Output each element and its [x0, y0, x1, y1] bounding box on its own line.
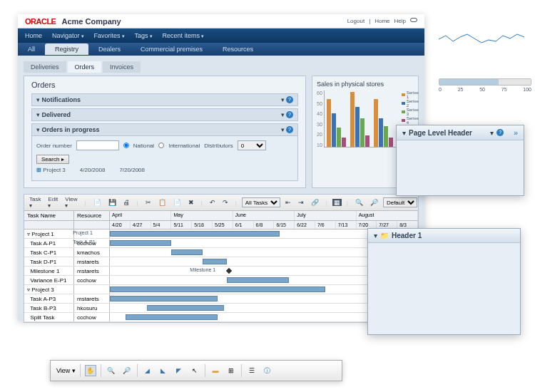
new-icon[interactable]: 📄: [91, 199, 103, 206]
cut-icon[interactable]: ✂: [143, 199, 153, 206]
save-icon[interactable]: 💾: [106, 199, 118, 206]
slider-fill: [439, 79, 499, 85]
company-name: Acme Company: [61, 17, 121, 26]
nav-recent[interactable]: Recent items▾: [163, 32, 205, 39]
gantt-row[interactable]: ▿ Project 1Project 1: [24, 229, 418, 239]
indent-icon[interactable]: ⇤: [283, 199, 293, 206]
accordion-notifications[interactable]: ▾ Notifications ▾?: [31, 93, 298, 106]
chevron-down-icon: ▾: [150, 33, 153, 38]
subnav-dealers[interactable]: Dealers: [88, 43, 131, 55]
gantt-row[interactable]: ▿ Project 3: [24, 285, 418, 294]
chevron-down-icon: ▾: [374, 232, 377, 239]
help-icon[interactable]: ?: [286, 96, 293, 103]
nav-navigator[interactable]: Navigator▾: [52, 32, 84, 39]
outdent-icon[interactable]: ⇥: [296, 199, 306, 206]
panel-title: Header 1: [392, 232, 422, 239]
paste-icon[interactable]: 📄: [171, 199, 183, 206]
redo-icon[interactable]: ↷: [220, 199, 230, 206]
accordion-orders-in-progress[interactable]: ▾ Orders in progress ▾?: [31, 123, 298, 136]
help-icon[interactable]: ?: [496, 129, 504, 136]
pan-hand-icon[interactable]: ✋: [85, 365, 96, 376]
zoom-in-icon[interactable]: 🔍: [106, 365, 117, 376]
nav-favorites[interactable]: Favorites▾: [94, 32, 125, 39]
tab-orders[interactable]: Orders: [68, 61, 102, 73]
subnav-registry[interactable]: Registry: [45, 43, 88, 55]
ruler-icon[interactable]: ▬: [210, 365, 221, 376]
shape2-icon[interactable]: ◣: [158, 365, 169, 376]
dropdown-icon[interactable]: ▾: [281, 126, 285, 133]
orders-panel: Orders ▾ Notifications ▾? ▾ Delivered ▾?…: [24, 76, 306, 188]
home-link[interactable]: Home: [374, 18, 389, 24]
subnav-resources[interactable]: Resources: [213, 43, 263, 55]
print-icon[interactable]: 🖨: [121, 199, 132, 206]
nav-tags[interactable]: Tags▾: [135, 32, 153, 39]
gantt-row[interactable]: Task A-P1ccchowTask A-P1: [24, 239, 418, 248]
logout-link[interactable]: Logout: [347, 18, 365, 24]
view-menu[interactable]: View ▾: [63, 196, 79, 209]
slider-track[interactable]: [439, 78, 531, 86]
gantt-row[interactable]: Task C-P1kmachos: [24, 248, 418, 257]
expand-icon[interactable]: »: [514, 128, 518, 137]
subnav-all[interactable]: All: [18, 43, 45, 55]
result-row[interactable]: ⊞ Project 3 4/20/2008 7/20/2008: [36, 164, 293, 176]
gantt-row[interactable]: Variance E-P1ccchow: [24, 276, 418, 285]
info-icon[interactable]: ⓘ: [262, 365, 273, 376]
page-level-header-panel: ▾ Page Level Header ▾? »: [396, 125, 524, 196]
main-window: ORACLE Acme Company Logout| Home Help Ho…: [18, 14, 424, 321]
panel-header[interactable]: ▾ 📁 Header 1: [368, 229, 520, 243]
list-icon[interactable]: ☰: [246, 365, 258, 376]
gantt-row[interactable]: Milestone 1mstaretsMilestone 1: [24, 267, 418, 276]
international-radio[interactable]: [158, 143, 164, 148]
distributors-select[interactable]: 0: [238, 140, 266, 150]
edit-menu[interactable]: Edit ▾: [46, 196, 60, 209]
pointer-icon[interactable]: ↖: [189, 365, 200, 376]
zoom-out-icon[interactable]: 🔎: [368, 199, 380, 206]
zoom-in-icon[interactable]: 🔍: [353, 199, 365, 206]
copy-icon[interactable]: 📋: [156, 199, 168, 206]
zoom-out-icon[interactable]: 🔎: [121, 365, 133, 376]
chevron-down-icon: ▾: [36, 126, 40, 133]
task-menu[interactable]: Task ▾: [27, 196, 43, 209]
gantt-row[interactable]: Task A-P3mstarets: [24, 294, 418, 304]
shape1-icon[interactable]: ◢: [142, 365, 153, 376]
help-icon[interactable]: ?: [286, 126, 293, 133]
national-radio[interactable]: [123, 143, 129, 148]
dropdown-icon[interactable]: ▾: [281, 111, 285, 118]
sales-title: Sales in physical stores: [317, 81, 414, 88]
col-task-name: Task Name: [24, 211, 74, 220]
dropdown-icon[interactable]: ▾: [490, 129, 494, 137]
chevron-down-icon: ▾: [402, 129, 406, 137]
gantt-row[interactable]: Split Taskccchow: [24, 313, 418, 322]
list-view-icon[interactable]: ▦: [332, 199, 342, 206]
view-menu[interactable]: View ▾: [56, 367, 76, 374]
order-number-input[interactable]: [76, 140, 119, 150]
link-icon[interactable]: 🔗: [309, 199, 321, 206]
undo-icon[interactable]: ↶: [208, 199, 218, 206]
help-link[interactable]: Help: [394, 18, 406, 24]
accordion-label: Delivered: [42, 111, 71, 118]
search-button[interactable]: Search ▸: [36, 155, 69, 164]
zoom-select[interactable]: Default: [383, 197, 417, 207]
inner-tabs: Deliveries Orders Invoices: [24, 61, 419, 73]
tab-deliveries[interactable]: Deliveries: [24, 61, 66, 73]
timeline-months: AprilMayJuneJulyAugust: [110, 211, 418, 220]
filter-select[interactable]: All Tasks: [242, 197, 280, 207]
chevron-down-icon: ▾: [201, 33, 204, 38]
accordion-label: Orders in progress: [42, 126, 100, 133]
international-label: International: [168, 143, 200, 149]
subnav-commercial[interactable]: Commercial premises: [131, 43, 213, 55]
gantt-row[interactable]: Task B-P3hkosuru: [24, 304, 418, 313]
help-icon[interactable]: ?: [286, 111, 293, 118]
shape3-icon[interactable]: ◤: [173, 365, 185, 376]
tab-invoices[interactable]: Invoices: [103, 61, 141, 73]
chevron-down-icon: ▾: [122, 33, 125, 38]
folder-icon: 📁: [380, 232, 389, 239]
accordion-delivered[interactable]: ▾ Delivered ▾?: [31, 108, 298, 121]
dropdown-icon[interactable]: ▾: [281, 96, 285, 103]
expand-icon[interactable]: ⊞: [36, 167, 41, 173]
panel-header[interactable]: ▾ Page Level Header ▾? »: [397, 125, 524, 140]
gantt-row[interactable]: Task D-P1mstarets: [24, 257, 418, 267]
grid-icon[interactable]: ⊞: [225, 365, 237, 376]
delete-icon[interactable]: ✖: [186, 199, 196, 206]
nav-home[interactable]: Home: [25, 32, 42, 39]
